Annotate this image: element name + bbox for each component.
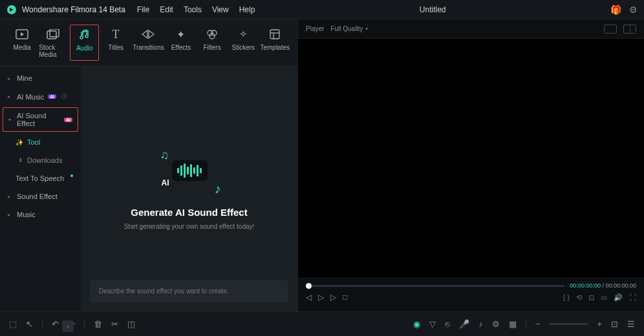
grid-button[interactable]: ▦ [509, 319, 517, 329]
crop-button[interactable]: ◫ [127, 319, 135, 329]
tab-stock-media[interactable]: Stock Media [39, 25, 67, 61]
sidebar-item-ai-music[interactable]: ▸AI MusicAIⓘ [0, 87, 81, 106]
stop-button[interactable]: □ [343, 293, 347, 302]
pointer-tool-icon[interactable]: ↖ [26, 319, 33, 329]
right-panel: Player Full Quality▾ 00:00:00:00 / 00:00… [297, 19, 644, 311]
dot-indicator-icon [70, 174, 73, 177]
caret-icon: ▸ [8, 76, 13, 81]
video-preview[interactable] [298, 39, 644, 278]
delete-button[interactable]: 🗑 [94, 319, 102, 329]
sidebar-item-mine[interactable]: ▸Mine [0, 69, 81, 87]
select-tool-icon[interactable]: ⬚ [9, 319, 17, 329]
caret-icon: ▸ [8, 212, 13, 218]
music-note-icon: ♫ [160, 149, 169, 162]
generate-subtitle: Start generating your own sound effect t… [124, 223, 255, 230]
titles-icon: T [109, 27, 123, 41]
quality-dropdown[interactable]: Full Quality▾ [330, 25, 368, 32]
waveform-icon [172, 160, 208, 181]
split-button[interactable]: ⎋ [445, 319, 450, 329]
prompt-input[interactable]: Describe the sound effect you want to cr… [90, 280, 288, 302]
gift-icon[interactable]: 🎁 [610, 5, 621, 15]
main-area: ♫ AI ♪ Generate AI Sound Effect Start ge… [81, 67, 297, 311]
menu-help[interactable]: Help [239, 5, 255, 14]
sidebar: ▸Mine ▸AI MusicAIⓘ ▾AI Sound EffectAI ✨T… [0, 67, 81, 311]
volume-button[interactable]: 🔊 [614, 293, 623, 302]
chevron-down-icon: ▾ [365, 26, 368, 32]
transitions-icon [141, 27, 155, 41]
left-panel: Media Stock Media Audio T Titles Transit… [0, 19, 297, 311]
next-frame-button[interactable]: ▷ [330, 293, 336, 302]
download-icon: ⬇ [18, 157, 23, 163]
zoom-in-button[interactable]: + [597, 319, 602, 329]
media-icon [15, 27, 29, 41]
ai-sound-effect-graphic: ♫ AI ♪ [160, 149, 219, 194]
cut-button[interactable]: ✂ [111, 319, 118, 329]
tab-effects[interactable]: ✦ Effects [167, 25, 195, 61]
fit-button[interactable]: ⊡ [611, 319, 618, 329]
marker-button[interactable]: ▽ [429, 319, 436, 329]
timeline-scrubber[interactable] [306, 285, 564, 287]
player-controls: 00:00:00:00 / 00:00:00:00 ◁ ▷ ▷ □ { } ⟲ … [298, 278, 644, 311]
menu-file[interactable]: File [137, 5, 149, 14]
media-toolbar: Media Stock Media Audio T Titles Transit… [0, 19, 297, 67]
caret-icon: ▾ [8, 117, 13, 123]
snapshot-button[interactable]: ⊡ [588, 293, 594, 302]
ai-badge-icon: AI [64, 118, 72, 122]
timecode: 00:00:00:00 / 00:00:00:00 [570, 282, 636, 289]
scrubber-knob[interactable] [306, 283, 312, 289]
sidebar-item-music[interactable]: ▸Music [0, 205, 81, 224]
zoom-out-button[interactable]: − [535, 319, 541, 329]
svg-rect-2 [47, 31, 56, 39]
tab-templates[interactable]: Templates [260, 25, 290, 61]
tab-audio[interactable]: Audio [70, 25, 98, 61]
screenshot-button[interactable]: ▭ [601, 293, 607, 302]
fullscreen-button[interactable]: ⛶ [629, 293, 636, 301]
document-title: Untitled [255, 5, 610, 14]
adjust-button[interactable]: ⚙ [492, 319, 500, 329]
ai-badge-icon: AI [48, 94, 56, 99]
audio-mix-button[interactable]: ♪ [478, 319, 483, 329]
tab-titles[interactable]: T Titles [102, 25, 130, 61]
main-menu: File Edit Tools View Help [137, 5, 255, 14]
play-button[interactable]: ▷ [318, 293, 324, 302]
tab-transitions[interactable]: Transitions [133, 25, 164, 61]
ai-button[interactable]: ◉ [413, 319, 420, 329]
titlebar: Wondershare Filmora 14 Beta File Edit To… [0, 0, 644, 19]
music-note-icon: ♪ [215, 182, 221, 196]
player-label: Player [306, 25, 324, 32]
player-header: Player Full Quality▾ [298, 19, 644, 39]
tab-media[interactable]: Media [8, 25, 36, 61]
tab-stickers[interactable]: ✧ Stickers [229, 25, 257, 61]
voice-button[interactable]: 🎤 [459, 319, 469, 329]
sidebar-item-sound-effect[interactable]: ▸Sound Effect [0, 187, 81, 205]
view-mode-single-button[interactable] [604, 25, 617, 34]
tab-filters[interactable]: Filters [198, 25, 226, 61]
sidebar-item-ai-sound-effect[interactable]: ▾AI Sound EffectAI [3, 107, 78, 132]
marker-in-button[interactable]: { } [563, 293, 570, 301]
sidebar-item-tool[interactable]: ✨Tool [0, 133, 81, 151]
settings-icon[interactable]: ⚙ [629, 5, 638, 15]
filters-icon [205, 27, 219, 41]
loop-button[interactable]: ⟲ [576, 293, 582, 302]
audio-icon [78, 28, 92, 42]
info-icon: ⓘ [61, 92, 67, 101]
sidebar-item-downloads[interactable]: ⬇Downloads [0, 151, 81, 169]
below-toolbar: ▸Mine ▸AI MusicAIⓘ ▾AI Sound EffectAI ✨T… [0, 67, 297, 311]
svg-rect-7 [270, 30, 279, 39]
wand-icon: ✨ [16, 139, 23, 146]
undo-button[interactable]: ↶ [52, 319, 59, 329]
list-button[interactable]: ☰ [627, 319, 635, 329]
templates-icon [268, 27, 282, 41]
view-mode-split-button[interactable] [623, 25, 636, 34]
menu-view[interactable]: View [212, 5, 229, 14]
caret-icon: ▸ [8, 194, 13, 200]
zoom-slider[interactable] [549, 323, 588, 325]
menu-edit[interactable]: Edit [160, 5, 173, 14]
prev-frame-button[interactable]: ◁ [306, 293, 312, 302]
app-name: Wondershare Filmora 14 Beta [22, 5, 125, 14]
sidebar-item-tts[interactable]: Text To Speech [0, 169, 81, 187]
stickers-icon: ✧ [236, 27, 250, 41]
collapse-sidebar-button[interactable]: ‹ [62, 320, 74, 332]
menu-tools[interactable]: Tools [184, 5, 202, 14]
stock-media-icon [46, 27, 60, 41]
